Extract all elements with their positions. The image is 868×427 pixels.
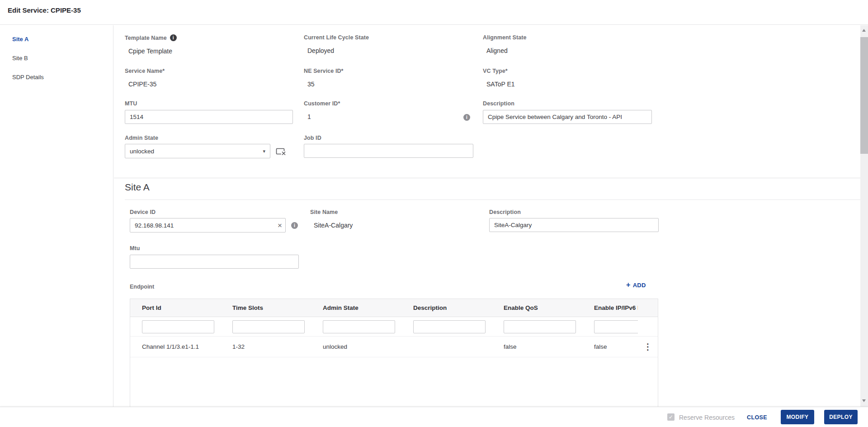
endpoint-table-row[interactable]: Channel 1/1/3.e1-1.1 1-32 unlocked false… <box>130 337 658 357</box>
alignment-label: Alignment State <box>483 34 527 41</box>
device-id-input-wrap: × <box>130 218 286 232</box>
info-icon[interactable]: i <box>291 222 298 229</box>
row-actions-menu-icon[interactable]: ⋮ <box>644 342 652 351</box>
heading-underline <box>125 199 860 200</box>
cell-enable-ip-filter: false <box>582 343 638 350</box>
add-button-label: ADD <box>633 282 646 289</box>
field-lifecycle-state: Current Life Cycle State Deployed <box>304 34 369 54</box>
mtu-input[interactable] <box>125 110 293 124</box>
info-icon[interactable]: i <box>463 114 470 121</box>
endpoint-filter-row <box>130 317 658 337</box>
column-header-description[interactable]: Description <box>401 304 492 311</box>
lifecycle-value: Deployed <box>304 47 369 54</box>
endpoint-table-header: Port Id Time Slots Admin State Descripti… <box>130 299 658 317</box>
main-content: Template Name i Cpipe Template Current L… <box>114 25 860 407</box>
cell-port-id: Channel 1/1/3.e1-1.1 <box>130 343 221 350</box>
ne-service-id-label: NE Service ID* <box>304 68 344 74</box>
sidebar-item-site-a[interactable]: Site A <box>12 36 28 43</box>
service-name-value: CPIPE-35 <box>125 81 165 88</box>
info-icon[interactable]: i <box>170 34 177 41</box>
sidebar-item-sdp-details[interactable]: SDP Details <box>12 74 44 81</box>
site-mtu-input[interactable] <box>130 255 299 269</box>
column-header-port-id[interactable]: Port Id <box>130 304 221 311</box>
vc-type-label: VC Type* <box>483 68 515 74</box>
service-name-label: Service Name* <box>125 68 165 74</box>
field-template-name: Template Name i Cpipe Template <box>125 34 177 55</box>
title-bar: Edit Service: CPIPE-35 <box>0 0 868 25</box>
site-mtu-label: Mtu <box>130 245 140 251</box>
field-admin-state: Admin State <box>125 135 158 141</box>
reserve-resources-checkbox: ✓ <box>667 413 675 421</box>
field-ne-service-id: NE Service ID* 35 <box>304 68 344 88</box>
scroll-up-icon[interactable] <box>862 29 866 32</box>
edit-service-dialog: Edit Service: CPIPE-35 Site A Site B SDP… <box>0 0 868 427</box>
ne-service-id-value: 35 <box>304 81 344 88</box>
site-name-value: SiteA-Calgary <box>310 222 353 229</box>
site-a-section-heading: Site A <box>125 182 150 193</box>
field-site-description: Description <box>489 209 521 215</box>
column-header-time-slots[interactable]: Time Slots <box>221 304 311 311</box>
field-customer-id: Customer ID* 1 <box>304 100 340 120</box>
cell-admin-state: unlocked <box>311 343 401 350</box>
reserve-resources-label: Reserve Resources <box>679 414 735 421</box>
description-input[interactable] <box>483 110 652 124</box>
job-id-label: Job ID <box>304 135 321 141</box>
plus-icon: + <box>626 281 631 289</box>
customer-id-label: Customer ID* <box>304 100 340 107</box>
modify-button[interactable]: MODIFY <box>781 410 814 424</box>
endpoint-table: Port Id Time Slots Admin State Descripti… <box>130 299 658 407</box>
filter-input-enable-qos[interactable] <box>504 320 576 333</box>
template-name-label: Template Name <box>125 35 167 41</box>
clear-selection-icon[interactable] <box>276 147 287 156</box>
site-name-label: Site Name <box>310 209 353 215</box>
vc-type-value: SAToP E1 <box>483 81 515 88</box>
customer-id-value: 1 <box>304 113 340 120</box>
alignment-value: Aligned <box>483 47 527 54</box>
scroll-down-icon[interactable] <box>862 399 866 402</box>
cell-enable-qos: false <box>492 343 582 350</box>
field-site-mtu: Mtu <box>130 245 140 251</box>
admin-state-select[interactable]: unlocked ▾ <box>125 144 270 158</box>
template-name-value: Cpipe Template <box>125 47 177 55</box>
job-id-input[interactable] <box>304 144 473 158</box>
section-divider <box>114 178 860 178</box>
admin-state-label: Admin State <box>125 135 158 141</box>
filter-input-port-id[interactable] <box>142 320 214 333</box>
device-id-label: Device ID <box>130 209 156 215</box>
deploy-button[interactable]: DEPLOY <box>824 410 858 424</box>
site-description-input[interactable] <box>489 218 659 232</box>
field-site-name: Site Name SiteA-Calgary <box>310 209 353 229</box>
field-description: Description <box>483 100 514 107</box>
field-alignment-state: Alignment State Aligned <box>483 34 527 54</box>
filter-input-time-slots[interactable] <box>232 320 305 333</box>
filter-input-enable-ip-filter[interactable] <box>594 320 638 333</box>
field-vc-type: VC Type* SAToP E1 <box>483 68 515 88</box>
chevron-down-icon: ▾ <box>263 148 265 154</box>
field-service-name: Service Name* CPIPE-35 <box>125 68 165 88</box>
endpoint-label: Endpoint <box>130 284 154 290</box>
column-header-admin-state[interactable]: Admin State <box>311 304 401 311</box>
footer-action-bar: ✓ Reserve Resources CLOSE MODIFY DEPLOY <box>0 407 868 427</box>
add-endpoint-button[interactable]: + ADD <box>626 281 646 289</box>
field-mtu: MTU <box>125 100 137 107</box>
mtu-label: MTU <box>125 100 137 107</box>
device-id-input[interactable] <box>130 218 286 232</box>
clear-input-icon[interactable]: × <box>278 222 282 229</box>
column-header-enable-qos[interactable]: Enable QoS <box>492 304 582 311</box>
sidebar-item-site-b[interactable]: Site B <box>12 55 28 62</box>
vertical-scrollbar[interactable] <box>860 25 868 407</box>
sidebar: Site A Site B SDP Details <box>0 25 113 407</box>
cell-time-slots: 1-32 <box>221 343 311 350</box>
lifecycle-label: Current Life Cycle State <box>304 34 369 41</box>
filter-input-description[interactable] <box>413 320 486 333</box>
site-description-label: Description <box>489 209 521 215</box>
scrollbar-thumb[interactable] <box>860 37 868 154</box>
column-header-enable-ip-filter[interactable]: Enable IP/IPv6 F <box>582 304 638 311</box>
filter-input-admin-state[interactable] <box>323 320 395 333</box>
field-job-id: Job ID <box>304 135 321 141</box>
close-button[interactable]: CLOSE <box>747 414 767 421</box>
admin-state-selected-value: unlocked <box>130 148 154 155</box>
description-label: Description <box>483 100 514 107</box>
page-title: Edit Service: CPIPE-35 <box>8 6 81 14</box>
field-device-id: Device ID <box>130 209 156 215</box>
